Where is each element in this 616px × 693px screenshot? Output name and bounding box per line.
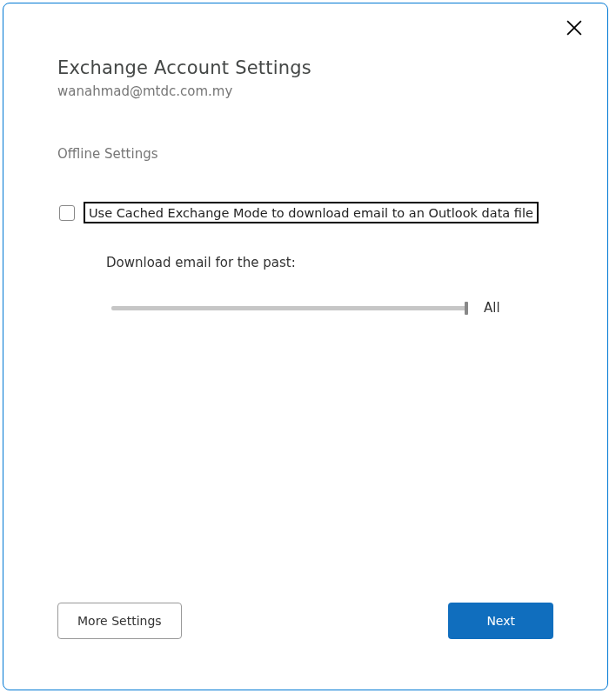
download-past-label: Download email for the past: xyxy=(106,255,553,270)
close-button[interactable] xyxy=(566,19,583,37)
more-settings-button[interactable]: More Settings xyxy=(57,603,182,639)
slider-value-label: All xyxy=(484,300,500,316)
exchange-settings-dialog: Exchange Account Settings wanahmad@mtdc.… xyxy=(3,3,608,690)
cached-mode-checkbox[interactable] xyxy=(59,205,75,221)
account-email: wanahmad@mtdc.com.my xyxy=(57,83,553,99)
offline-settings-heading: Offline Settings xyxy=(57,146,553,162)
cached-mode-label[interactable]: Use Cached Exchange Mode to download ema… xyxy=(89,206,533,220)
download-range-slider[interactable] xyxy=(111,306,466,310)
close-icon xyxy=(566,20,582,36)
page-title: Exchange Account Settings xyxy=(57,57,553,78)
next-button[interactable]: Next xyxy=(448,603,553,639)
slider-thumb[interactable] xyxy=(465,302,468,315)
cached-mode-label-focus: Use Cached Exchange Mode to download ema… xyxy=(84,202,539,223)
